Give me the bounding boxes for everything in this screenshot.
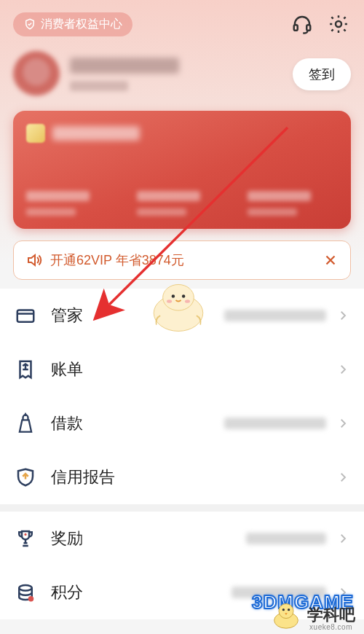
chevron-right-icon (336, 309, 349, 322)
profile-name-redacted (70, 58, 179, 74)
menu-item-jiangli[interactable]: 奖励 (0, 512, 364, 565)
vip-banner[interactable]: 开通62VIP 年省3874元 (13, 240, 351, 280)
headset-icon (291, 13, 313, 35)
speaker-icon (25, 251, 43, 269)
profile-sub-redacted (70, 81, 128, 91)
mascot-icon (146, 275, 211, 334)
shield-icon (15, 466, 36, 488)
svg-point-6 (172, 294, 175, 297)
menu-value-redacted (224, 418, 326, 429)
profile-row: 签到 (0, 42, 364, 108)
menu-label: 积分 (51, 582, 83, 603)
menu-item-zhangdan[interactable]: 账单 (0, 343, 364, 396)
svg-point-10 (24, 533, 26, 536)
svg-rect-0 (294, 25, 298, 31)
menu-item-xinyong[interactable]: 信用报告 (0, 450, 364, 504)
chevron-right-icon (336, 363, 349, 376)
receipt-icon (15, 359, 36, 380)
member-badge-icon (26, 124, 45, 143)
menu-value-redacted (246, 533, 326, 544)
checkin-button[interactable]: 签到 (293, 58, 351, 90)
chevron-right-icon (336, 532, 349, 545)
shield-check-icon (23, 17, 36, 31)
menu-label: 账单 (51, 359, 83, 380)
close-icon[interactable] (323, 252, 339, 268)
member-card[interactable] (13, 111, 351, 229)
avatar[interactable] (13, 51, 60, 98)
chevron-right-icon (336, 471, 349, 484)
checkin-label: 签到 (309, 67, 335, 82)
profile-page: 消费者权益中心 签到 (0, 0, 364, 634)
settings-button[interactable] (326, 12, 351, 36)
svg-point-4 (154, 295, 203, 332)
top-bar: 消费者权益中心 (0, 0, 364, 42)
vip-banner-text: 开通62VIP 年省3874元 (50, 251, 323, 269)
support-button[interactable] (290, 12, 314, 36)
chevron-right-icon (336, 586, 349, 599)
gear-icon (328, 13, 349, 35)
menu-label: 借款 (51, 412, 83, 434)
coins-icon (15, 582, 36, 603)
chevron-right-icon (336, 417, 349, 430)
svg-point-9 (185, 300, 190, 302)
menu-list: 管家 账单 (0, 289, 364, 619)
svg-point-5 (163, 284, 194, 310)
consumer-rights-label: 消费者权益中心 (41, 17, 122, 32)
consumer-rights-pill[interactable]: 消费者权益中心 (13, 12, 132, 36)
menu-value-redacted (224, 310, 326, 321)
trophy-icon (15, 528, 36, 549)
menu-value-redacted (232, 587, 326, 598)
svg-rect-3 (17, 310, 34, 322)
menu-item-jifen[interactable]: 积分 (0, 565, 364, 619)
svg-point-12 (28, 596, 34, 602)
svg-rect-1 (306, 25, 310, 31)
menu-label: 管家 (51, 305, 83, 326)
svg-point-7 (182, 294, 185, 297)
svg-point-11 (19, 585, 32, 591)
svg-point-8 (167, 300, 172, 302)
wallet-icon (15, 412, 36, 434)
menu-item-jiekuan[interactable]: 借款 (0, 396, 364, 450)
profile-text (70, 58, 293, 91)
menu-item-guanjia[interactable]: 管家 (0, 289, 364, 343)
menu-label: 信用报告 (51, 466, 115, 488)
card-icon (15, 305, 36, 326)
member-title-redacted (52, 126, 140, 141)
menu-label: 奖励 (51, 528, 83, 549)
svg-point-2 (336, 21, 341, 27)
